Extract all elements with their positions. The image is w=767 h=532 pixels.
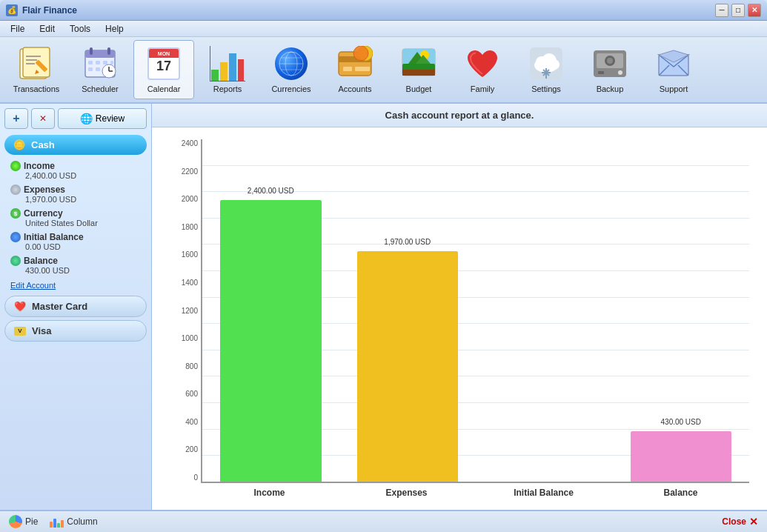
x-label-income: Income <box>201 488 338 498</box>
close-label: Close <box>722 516 746 527</box>
mastercard-label: Master Card <box>32 301 87 312</box>
currency-value: United States Dollar <box>10 219 141 227</box>
account-item-cash[interactable]: 🪙 Cash <box>4 135 147 155</box>
svg-rect-15 <box>88 67 93 71</box>
account-details: Income 2,400.00 USD Expenses 1,970.00 US… <box>4 158 147 293</box>
budget-icon <box>401 46 436 82</box>
expenses-label: Expenses <box>10 184 141 195</box>
minimize-button[interactable]: ─ <box>715 4 728 17</box>
toolbar-reports[interactable]: Reports <box>197 40 258 99</box>
settings-label: Settings <box>531 84 561 93</box>
x-label-initial: Initial Balance <box>475 488 612 498</box>
toolbar-budget[interactable]: Budget <box>388 40 449 99</box>
x-label-balance: Balance <box>612 488 749 498</box>
currency-label: $ Currency <box>10 208 141 219</box>
chart-type-buttons: Pie Column <box>9 515 98 528</box>
toolbar-family[interactable]: Family <box>452 40 513 99</box>
toolbar-support[interactable]: Support <box>643 40 704 99</box>
x-axis: Income Expenses Initial Balance Balance <box>170 488 749 498</box>
svg-rect-23 <box>238 59 244 82</box>
remove-account-button[interactable]: ✕ <box>31 108 55 129</box>
menu-help[interactable]: Help <box>98 22 131 36</box>
column-icon <box>50 516 64 528</box>
backup-icon <box>592 46 628 82</box>
bar-group-income: 2,400.00 USD <box>202 139 339 482</box>
toolbar-transactions[interactable]: Transactions <box>6 40 67 99</box>
svg-rect-16 <box>96 67 100 71</box>
toolbar-settings[interactable]: Settings <box>516 40 577 99</box>
svg-rect-11 <box>88 61 93 64</box>
currencies-icon <box>273 46 309 82</box>
balance-value: 430.00 USD <box>10 266 141 275</box>
menu-bar: File Edit Tools Help <box>0 21 767 37</box>
currencies-label: Currencies <box>271 84 311 93</box>
cash-icon: 🪙 <box>13 139 25 150</box>
expenses-bar <box>357 251 459 482</box>
close-button[interactable]: Close ✕ <box>722 516 758 528</box>
svg-rect-34 <box>355 67 370 71</box>
x-label-expenses: Expenses <box>338 488 475 498</box>
close-icon: ✕ <box>749 516 758 528</box>
visa-label: Visa <box>32 325 52 336</box>
balance-label: Balance <box>10 256 141 266</box>
support-label: Support <box>660 84 688 93</box>
add-icon: + <box>13 112 19 125</box>
menu-file[interactable]: File <box>3 22 32 36</box>
calendar-icon: MON 17 <box>146 46 182 82</box>
menu-edit[interactable]: Edit <box>32 22 62 36</box>
income-bar <box>220 200 322 482</box>
initial-balance-row: Initial Balance 0.00 USD <box>10 232 141 251</box>
cash-label: Cash <box>31 139 55 150</box>
transactions-icon <box>19 46 54 82</box>
pie-icon <box>9 515 22 528</box>
scheduler-label: Scheduler <box>82 84 119 93</box>
expenses-value: 1,970.00 USD <box>10 195 141 204</box>
account-item-mastercard[interactable]: ❤️ Master Card <box>4 296 147 317</box>
income-bar-label: 2,400.00 USD <box>248 187 294 195</box>
y-axis: 0 200 400 600 800 1000 1200 1400 1600 18… <box>170 139 201 483</box>
maximize-button[interactable]: □ <box>731 4 745 17</box>
income-value: 2,400.00 USD <box>10 171 141 180</box>
toolbar-currencies[interactable]: Currencies <box>261 40 322 99</box>
account-item-visa[interactable]: V Visa <box>4 320 147 342</box>
review-globe-icon: 🌐 <box>80 113 93 124</box>
balance-row: Balance 430.00 USD <box>10 256 141 275</box>
svg-point-56 <box>607 58 613 64</box>
currency-row: $ Currency United States Dollar <box>10 208 141 227</box>
initial-balance-value: 0.00 USD <box>10 242 141 251</box>
toolbar-backup[interactable]: Backup <box>580 40 640 99</box>
svg-rect-12 <box>96 61 100 64</box>
bar-group-initial <box>476 139 613 482</box>
backup-label: Backup <box>597 84 624 93</box>
svg-point-36 <box>353 46 368 61</box>
edit-account-link[interactable]: Edit Account <box>10 281 56 290</box>
expenses-row: Expenses 1,970.00 USD <box>10 184 141 204</box>
toolbar-calendar[interactable]: MON 17 Calendar <box>133 40 194 99</box>
calendar-label: Calendar <box>147 84 181 93</box>
title-bar: 💰 Flair Finance ─ □ ✕ <box>0 0 767 21</box>
reports-icon <box>210 46 245 82</box>
bar-group-expenses: 1,970.00 USD <box>339 139 477 482</box>
pie-label: Pie <box>25 516 38 527</box>
column-chart-button[interactable]: Column <box>50 516 97 528</box>
chart-bars-container: 2,400.00 USD 1,970.00 USD <box>201 139 749 483</box>
svg-rect-57 <box>598 71 604 74</box>
add-account-button[interactable]: + <box>4 108 28 129</box>
close-window-button[interactable]: ✕ <box>748 4 761 17</box>
toolbar-scheduler[interactable]: Scheduler <box>70 40 130 99</box>
initial-balance-label: Initial Balance <box>10 232 141 242</box>
column-label: Column <box>67 516 97 527</box>
family-icon <box>465 46 500 82</box>
pie-chart-button[interactable]: Pie <box>9 515 38 528</box>
accounts-icon <box>337 46 373 82</box>
toolbar-accounts[interactable]: Accounts <box>325 40 385 99</box>
balance-bar-label: 430.00 USD <box>661 418 701 426</box>
bar-group-balance: 430.00 USD <box>613 139 750 482</box>
family-label: Family <box>471 84 494 93</box>
svg-rect-22 <box>229 53 236 82</box>
review-button[interactable]: 🌐 Review <box>58 108 147 129</box>
bottom-bar: Pie Column Close ✕ <box>0 510 767 532</box>
menu-tools[interactable]: Tools <box>62 22 98 36</box>
balance-bar <box>631 431 732 482</box>
app-icon: 💰 <box>6 4 18 16</box>
